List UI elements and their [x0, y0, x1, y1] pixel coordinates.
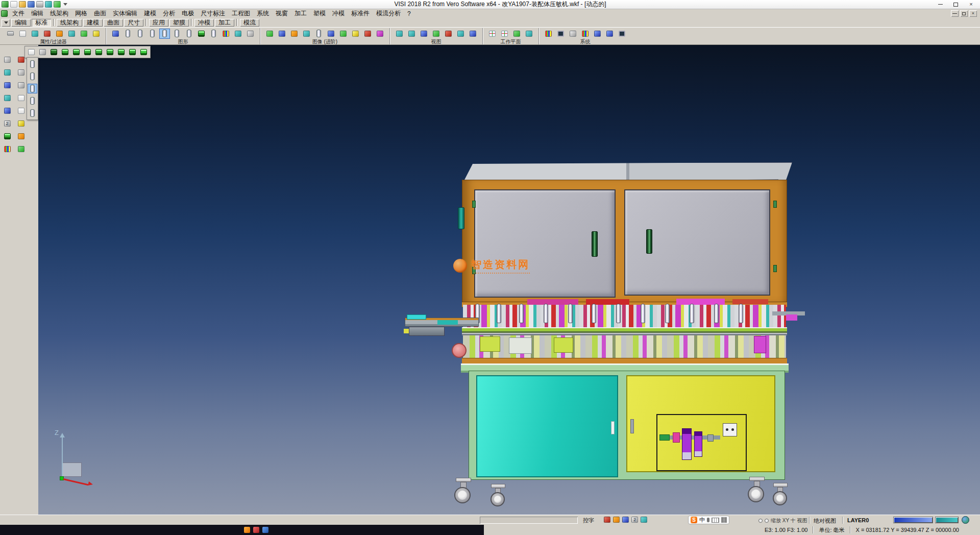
render-blue-icon[interactable]	[277, 29, 287, 39]
iso-cube-view-icon[interactable]	[49, 47, 59, 57]
iso-cube-view-icon[interactable]	[139, 47, 149, 57]
rotate-tool-icon[interactable]	[1, 80, 13, 90]
save-doc-icon[interactable]	[28, 1, 35, 8]
sogou-input-icon[interactable]: S	[691, 517, 697, 523]
tab-die[interactable]: 冲模	[194, 19, 214, 27]
filter-teal-icon[interactable]	[30, 29, 40, 39]
multi-color-icon[interactable]	[220, 29, 231, 39]
view-green-icon[interactable]	[431, 29, 442, 39]
filter-green-icon[interactable]	[79, 29, 89, 39]
keyboard-icon[interactable]	[712, 518, 719, 523]
edit-tool-icon[interactable]	[15, 67, 27, 78]
mdi-close-button[interactable]: ×	[969, 10, 977, 17]
radio-icon[interactable]	[758, 519, 763, 523]
view-teal3-icon[interactable]	[455, 29, 466, 39]
two-d-tool-icon[interactable]: 2	[1, 118, 13, 129]
settings-icon[interactable]	[54, 1, 61, 8]
lower-left-door-cyan[interactable]	[476, 375, 618, 477]
menu-machining[interactable]: 加工	[291, 9, 310, 18]
view-teal2-icon[interactable]	[406, 29, 417, 39]
printer-tool-icon[interactable]	[5, 29, 16, 39]
minimize-button[interactable]	[933, 1, 948, 9]
cube-tool-icon[interactable]	[1, 131, 13, 141]
taskbar-app-icon[interactable]	[244, 527, 250, 533]
orange-tool-icon[interactable]	[613, 517, 620, 523]
red-tool-icon[interactable]	[604, 517, 610, 523]
layer-indicator[interactable]: LAYER0	[847, 517, 869, 523]
print-icon[interactable]	[36, 1, 43, 8]
menu-system[interactable]: 系统	[254, 9, 272, 18]
gray-cube-view-icon[interactable]	[38, 47, 47, 57]
tab-application[interactable]: 应用	[149, 19, 168, 27]
palette-tool-icon[interactable]	[1, 143, 13, 154]
menu-modeling[interactable]: 建模	[141, 9, 159, 18]
menu-surface[interactable]: 曲面	[91, 9, 109, 18]
iso-cube-view-icon[interactable]	[94, 47, 104, 57]
view-list-icon[interactable]	[27, 47, 36, 57]
filter-orange-icon[interactable]	[54, 29, 65, 39]
render-green2-icon[interactable]	[338, 29, 349, 39]
maximize-button[interactable]	[948, 1, 963, 9]
menu-die[interactable]: 冲模	[329, 9, 348, 18]
color-scale-teal[interactable]	[935, 517, 959, 523]
taskbar-app-icon[interactable]	[262, 527, 268, 533]
teal-tool-icon[interactable]	[641, 517, 647, 523]
teal-tool-icon[interactable]	[233, 29, 243, 39]
menu-drafting[interactable]: 工程图	[229, 9, 253, 18]
system-snowflake-icon[interactable]	[592, 29, 603, 39]
menu-file[interactable]: 文件	[9, 9, 28, 18]
document-tool-icon[interactable]	[17, 29, 28, 39]
render-blue2-icon[interactable]	[326, 29, 336, 39]
machine-roof[interactable]	[463, 162, 792, 182]
render-teal-icon[interactable]	[301, 29, 312, 39]
menu-molding[interactable]: 塑模	[310, 9, 329, 18]
cylinder-view-icon[interactable]	[122, 29, 133, 39]
display-mode-icon[interactable]	[28, 108, 37, 118]
gray-tool-icon[interactable]	[245, 29, 256, 39]
display-mode-icon[interactable]	[28, 71, 37, 81]
iso-cube-view-icon[interactable]	[83, 47, 92, 57]
system-gray-icon[interactable]	[568, 29, 578, 39]
tab-edit[interactable]: 编辑	[11, 19, 31, 27]
tab-surface[interactable]: 曲面	[104, 19, 123, 27]
menu-edit[interactable]: 编辑	[28, 9, 46, 18]
cylinder-view-icon[interactable]	[172, 29, 182, 39]
blue-tool-icon[interactable]	[622, 517, 629, 523]
system-grid-icon[interactable]	[580, 29, 591, 39]
badge-2-icon[interactable]: 2	[631, 517, 638, 523]
radio-icon[interactable]	[765, 519, 769, 523]
tab-standard[interactable]: 标准	[32, 19, 51, 27]
menu-wireframe[interactable]: 线架构	[47, 9, 71, 18]
workplane-axis2-icon[interactable]	[499, 29, 510, 39]
move-tool-icon[interactable]	[1, 67, 13, 78]
tab-dropdown-button[interactable]	[2, 19, 10, 27]
iso-cube-view-icon[interactable]	[71, 47, 81, 57]
mdi-restore-button[interactable]	[960, 10, 968, 17]
menu-analysis[interactable]: 分析	[160, 9, 178, 18]
cyan-door-handle[interactable]	[611, 421, 615, 434]
open-doc-icon[interactable]	[19, 1, 26, 8]
tab-modeling[interactable]: 建模	[83, 19, 103, 27]
refresh-blue-icon[interactable]	[110, 29, 121, 39]
tab-machining[interactable]: 加工	[215, 19, 234, 27]
workplane-axis-icon[interactable]	[487, 29, 498, 39]
qat-dropdown-icon[interactable]	[63, 3, 67, 6]
render-magenta-icon[interactable]	[375, 29, 385, 39]
tab-wireframe[interactable]: 线架构	[57, 19, 82, 27]
menu-electrode[interactable]: 电极	[179, 9, 197, 18]
machine-work-section[interactable]	[462, 302, 787, 365]
display-mode-icon[interactable]	[28, 59, 37, 69]
render-cylinder-icon[interactable]	[313, 29, 324, 39]
view-red-icon[interactable]	[443, 29, 454, 39]
machine-upper-cabinet[interactable]	[462, 180, 787, 302]
measure-tool-icon[interactable]	[15, 118, 27, 129]
right-door-handle[interactable]	[646, 229, 652, 254]
close-button[interactable]: ×	[964, 1, 978, 9]
frl-unit-frame[interactable]	[656, 414, 747, 471]
render-green-icon[interactable]	[264, 29, 275, 39]
filter-yellow-icon[interactable]	[91, 29, 102, 39]
workplane-tool-icon[interactable]	[15, 143, 27, 154]
cylinder-view-selected-icon[interactable]	[159, 29, 170, 39]
filter-teal2-icon[interactable]	[66, 29, 77, 39]
cylinder-view-icon[interactable]	[208, 29, 219, 39]
